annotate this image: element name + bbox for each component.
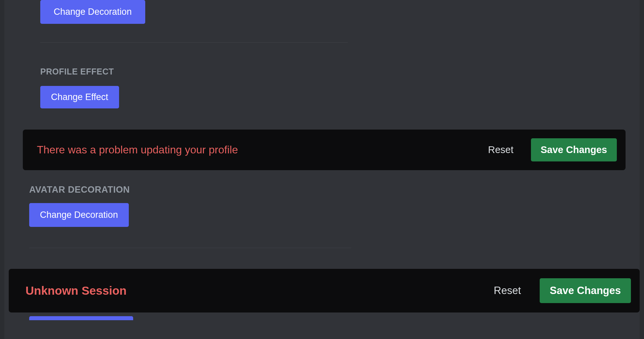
toast-actions: Reset Save Changes [488,138,617,161]
reset-button-2[interactable]: Reset [494,285,521,297]
settings-content-area: Change Decoration PROFILE EFFECT Change … [4,0,640,339]
avatar-decoration-section-top: Change Decoration [4,0,640,24]
save-changes-button-2[interactable]: Save Changes [540,278,631,303]
reset-button[interactable]: Reset [488,144,514,155]
toast-actions-2: Reset Save Changes [494,278,631,303]
profile-effect-section: PROFILE EFFECT Change Effect [4,43,640,108]
change-effect-button[interactable]: Change Effect [40,86,119,108]
partial-button-bottom [29,316,133,320]
avatar-decoration-section: AVATAR DECORATION Change Decoration [4,170,640,227]
profile-effect-header: PROFILE EFFECT [40,67,640,77]
change-decoration-button-2[interactable]: Change Decoration [29,203,129,227]
change-decoration-button[interactable]: Change Decoration [40,0,145,24]
save-changes-button[interactable]: Save Changes [531,138,617,161]
error-message: There was a problem updating your profil… [37,144,238,156]
session-error-message: Unknown Session [25,284,126,297]
section-divider-2 [29,248,351,248]
error-toast-profile: There was a problem updating your profil… [23,130,626,170]
error-toast-session: Unknown Session Reset Save Changes [9,269,640,312]
avatar-decoration-header: AVATAR DECORATION [29,185,640,195]
